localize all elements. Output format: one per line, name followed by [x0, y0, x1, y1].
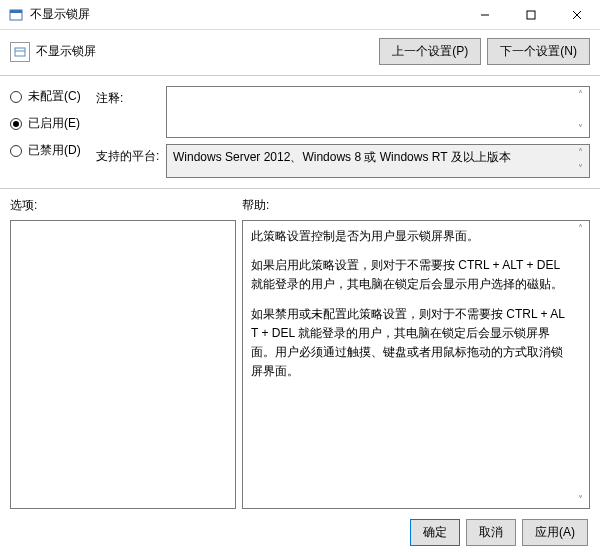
help-paragraph: 如果启用此策略设置，则对于不需要按 CTRL + ALT + DEL 就能登录的… [251, 256, 571, 294]
radio-icon [10, 145, 22, 157]
apply-button[interactable]: 应用(A) [522, 519, 588, 546]
scroll-down-icon[interactable]: ˅ [573, 123, 587, 135]
next-setting-button[interactable]: 下一个设置(N) [487, 38, 590, 65]
scroll-up-icon[interactable]: ˄ [573, 223, 587, 235]
svg-rect-6 [15, 48, 25, 56]
help-label: 帮助: [242, 197, 590, 214]
minimize-button[interactable] [462, 0, 508, 29]
maximize-button[interactable] [508, 0, 554, 29]
options-label: 选项: [10, 197, 242, 214]
help-box: 此策略设置控制是否为用户显示锁屏界面。 如果启用此策略设置，则对于不需要按 CT… [242, 220, 590, 509]
svg-rect-3 [527, 11, 535, 19]
supported-on-textbox: Windows Server 2012、Windows 8 或 Windows … [166, 144, 590, 178]
radio-disabled[interactable]: 已禁用(D) [10, 142, 96, 159]
supported-on-label: 支持的平台: [96, 144, 166, 178]
radio-label: 已禁用(D) [28, 142, 81, 159]
ok-button[interactable]: 确定 [410, 519, 460, 546]
scroll-up-icon[interactable]: ˄ [573, 89, 587, 101]
radio-enabled[interactable]: 已启用(E) [10, 115, 96, 132]
app-icon [8, 7, 24, 23]
config-body: 未配置(C) 已启用(E) 已禁用(D) 注释: ˄ ˅ 支持的平台: Wind… [0, 76, 600, 189]
close-button[interactable] [554, 0, 600, 29]
lower-pane: 选项: 帮助: 此策略设置控制是否为用户显示锁屏界面。 如果启用此策略设置，则对… [0, 189, 600, 509]
policy-title: 不显示锁屏 [36, 43, 373, 60]
state-radio-group: 未配置(C) 已启用(E) 已禁用(D) [10, 86, 96, 188]
comment-label: 注释: [96, 86, 166, 138]
radio-label: 未配置(C) [28, 88, 81, 105]
window-titlebar: 不显示锁屏 [0, 0, 600, 30]
previous-setting-button[interactable]: 上一个设置(P) [379, 38, 481, 65]
supported-on-value: Windows Server 2012、Windows 8 或 Windows … [173, 150, 511, 164]
help-paragraph: 如果禁用或未配置此策略设置，则对于不需要按 CTRL + ALT + DEL 就… [251, 305, 571, 382]
radio-icon [10, 118, 22, 130]
window-title: 不显示锁屏 [30, 6, 462, 23]
radio-not-configured[interactable]: 未配置(C) [10, 88, 96, 105]
radio-label: 已启用(E) [28, 115, 80, 132]
options-box [10, 220, 236, 509]
svg-rect-1 [10, 10, 22, 13]
scroll-up-icon[interactable]: ˄ [573, 147, 587, 159]
scroll-down-icon[interactable]: ˅ [573, 494, 587, 506]
dialog-footer: 确定 取消 应用(A) [0, 509, 600, 552]
comment-textbox[interactable]: ˄ ˅ [166, 86, 590, 138]
scroll-down-icon[interactable]: ˅ [573, 163, 587, 175]
help-paragraph: 此策略设置控制是否为用户显示锁屏界面。 [251, 227, 571, 246]
radio-icon [10, 91, 22, 103]
cancel-button[interactable]: 取消 [466, 519, 516, 546]
header: 不显示锁屏 上一个设置(P) 下一个设置(N) [0, 30, 600, 76]
policy-icon [10, 42, 30, 62]
